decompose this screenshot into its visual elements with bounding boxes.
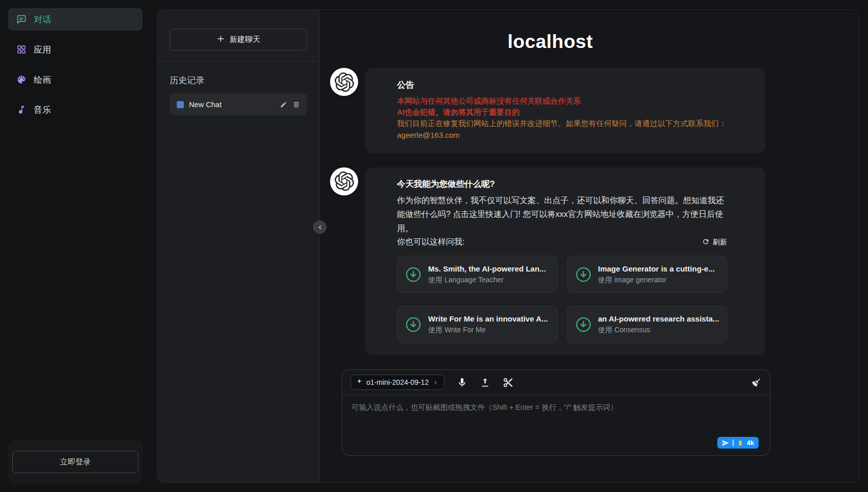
microphone-icon [457,377,467,388]
new-chat-label: 新建聊天 [230,35,261,44]
hint-row: 你也可以这样问我: 刷新 [397,237,727,248]
login-button[interactable]: 立即登录 [12,451,138,473]
openai-logo-icon [335,171,354,191]
hint-text: 你也可以这样问我: [397,237,464,248]
model-selector[interactable]: o1-mini-2024-09-12 [350,375,444,390]
chat-color-swatch [177,101,184,108]
chat-item-actions [280,101,300,108]
suggestion-subtitle: 使用 Consensus [598,326,719,335]
assistant-avatar [330,167,358,195]
sidebar-nav: 对话 应用 绘画 音乐 [8,8,143,129]
broom-icon [751,377,762,388]
sidebar-item-label: 音乐 [34,104,51,116]
circle-arrow-down-icon [405,316,422,333]
delete-icon[interactable] [293,101,300,108]
history-title: 历史记录 [170,75,307,86]
chat-list-header: 新建聊天 [157,10,319,61]
app-root: 对话 应用 绘画 音乐 立即登录 [0,0,868,492]
chevron-right-icon [432,379,439,386]
suggestion-card[interactable]: Ms. Smith, the AI-powered Lan... 使用 Lang… [397,256,557,293]
suggestion-grid: Ms. Smith, the AI-powered Lan... 使用 Lang… [397,256,727,343]
suggestion-card[interactable]: Write For Me is an innovative A... 使用 Wr… [397,306,557,343]
contact-email-link[interactable]: ageerle@163.com [397,130,460,141]
assistant-message-announcement: 公告 本网站与任何其他公司或商标没有任何关联或合作关系 AI也会犯错。请勿将其用… [330,68,770,153]
welcome-bubble: 今天我能为您做些什么呢? 作为你的智慧伙伴，我不仅可以写文案、出点子，还可以和你… [365,167,765,356]
circle-arrow-down-icon [575,316,592,333]
sidebar-item-chat[interactable]: 对话 [8,8,143,31]
suggestion-subtitle: 使用 Write For Me [428,326,548,335]
suggestion-title: Ms. Smith, the AI-powered Lan... [428,264,546,273]
sidebar-item-label: 对话 [34,14,51,26]
token-count: 4k [747,439,754,447]
login-panel: 立即登录 [8,440,143,484]
suggestion-title: Image Generator is a cutting-e... [598,264,715,273]
sparkle-icon [356,378,363,386]
composer-toolbar: o1-mini-2024-09-12 [342,370,770,395]
assistant-avatar [330,68,358,96]
announcement-bubble: 公告 本网站与任何其他公司或商标没有任何关联或合作关系 AI也会犯错。请勿将其用… [365,68,765,153]
send-token-badge[interactable]: 4k [717,437,759,449]
chat-item-title: New Chat [189,101,275,109]
page-title: localhost [330,31,770,53]
announcement-line: 我们目前正在修复我们网站上的错误并改进细节。如果您有任何疑问，请通过以下方式联系… [397,118,727,129]
edit-icon[interactable] [280,101,287,108]
microphone-button[interactable] [457,377,467,388]
assistant-message-welcome: 今天我能为您做些什么呢? 作为你的智慧伙伴，我不仅可以写文案、出点子，还可以和你… [330,167,770,356]
suggestion-title: Write For Me is an innovative A... [428,314,548,323]
plus-icon [217,35,225,44]
chat-content: localhost 公告 本网站与任何其他公司或商标没有任何关联或合作关系 AI… [330,10,770,456]
circle-arrow-down-icon [575,266,592,283]
announcement-line: AI也会犯错。请勿将其用于重要目的 [397,107,727,118]
suggestion-text: an AI-powered research assista... 使用 Con… [598,314,719,335]
suggestion-card[interactable]: Image Generator is a cutting-e... 使用 ima… [567,256,728,293]
upload-button[interactable] [480,377,490,388]
chat-bubble-icon [16,14,27,24]
chat-panel: localhost 公告 本网站与任何其他公司或商标没有任何关联或合作关系 AI… [320,10,859,482]
scissors-icon [503,377,513,388]
welcome-body: 作为你的智慧伙伴，我不仅可以写文案、出点子，还可以和你聊天、回答问题。想知道我还… [397,193,727,236]
chat-list-item[interactable]: New Chat [170,93,307,115]
sidebar-item-apps[interactable]: 应用 [8,38,143,61]
announcement-line: 本网站与任何其他公司或商标没有任何关联或合作关系 [397,95,727,107]
circle-arrow-down-icon [405,266,422,283]
scissors-button[interactable] [503,377,513,388]
refresh-button[interactable]: 刷新 [702,238,727,247]
sidebar-item-label: 应用 [34,44,51,56]
suggestion-card[interactable]: an AI-powered research assista... 使用 Con… [567,306,728,343]
refresh-label: 刷新 [713,238,727,247]
composer: o1-mini-2024-09-12 [342,370,770,456]
sidebar-item-music[interactable]: 音乐 [8,99,143,121]
suggestion-text: Image Generator is a cutting-e... 使用 ima… [598,264,715,285]
badge-divider [733,439,734,446]
sidebar-item-drawing[interactable]: 绘画 [8,68,143,91]
send-icon [722,439,729,447]
suggestion-text: Write For Me is an innovative A... 使用 Wr… [428,314,548,335]
suggestion-text: Ms. Smith, the AI-powered Lan... 使用 Lang… [428,264,546,285]
sidebar: 对话 应用 绘画 音乐 立即登录 [0,0,151,492]
battery-icon [737,439,743,447]
new-chat-button[interactable]: 新建聊天 [170,29,307,51]
composer-input-area: 4k [342,395,770,455]
sidebar-item-label: 绘画 [34,74,51,86]
suggestion-title: an AI-powered research assista... [598,314,719,323]
welcome-title: 今天我能为您做些什么呢? [397,179,727,190]
chat-list-panel: 新建聊天 历史记录 New Chat [157,10,320,482]
chevron-left-icon [316,224,324,231]
announcement-title: 公告 [397,79,727,91]
message-input[interactable] [342,395,770,455]
suggestion-subtitle: 使用 Language Teacher [428,276,546,285]
apps-grid-icon [16,44,27,55]
palette-icon [16,75,27,85]
main-panel: 新建聊天 历史记录 New Chat [157,9,860,483]
music-note-icon [16,105,27,115]
upload-icon [480,377,490,388]
collapse-sidebar-button[interactable] [313,220,326,234]
clear-context-button[interactable] [751,377,762,388]
model-name: o1-mini-2024-09-12 [366,378,429,386]
suggestion-subtitle: 使用 image generator [598,276,715,285]
refresh-icon [702,238,710,247]
openai-logo-icon [335,72,354,92]
